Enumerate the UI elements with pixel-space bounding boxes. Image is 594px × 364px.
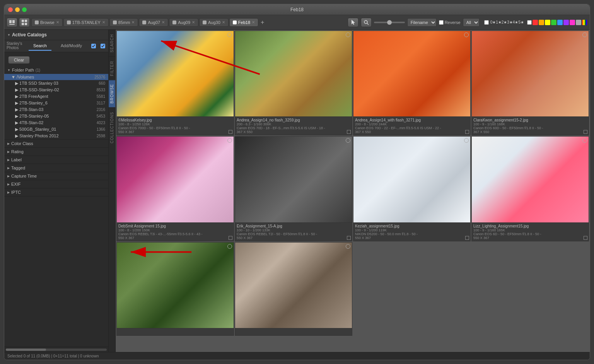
reverse-checkbox[interactable]: [439, 20, 444, 25]
maximize-button[interactable]: [22, 7, 27, 12]
tab-search[interactable]: Search: [29, 41, 51, 51]
filter-item-2tb-stan03[interactable]: ▶ 2TB-Stan-03 2316: [4, 106, 108, 113]
photo-check-andrea1[interactable]: [347, 130, 351, 134]
tab-browse[interactable]: Browse ✕: [31, 18, 63, 27]
svg-rect-9: [113, 21, 117, 24]
cursor-tool-btn[interactable]: [348, 18, 358, 27]
color-orange[interactable]: [539, 20, 544, 25]
photo-select-circle-melissa[interactable]: [227, 32, 232, 37]
all-select[interactable]: All: [463, 18, 480, 27]
tab-close-85mm[interactable]: ✕: [131, 20, 135, 24]
filter-group-iptc-header[interactable]: ▶ IPTC: [4, 188, 108, 196]
photo-cell-melissa[interactable]: ©MelissaKelsey.jpg 100 - 8 - 1/250 126K …: [116, 31, 234, 135]
vtab-collections[interactable]: Collections: [109, 108, 115, 147]
vtab-search[interactable]: Search: [109, 30, 115, 56]
color-filter-checkbox[interactable]: [527, 20, 532, 25]
clear-button[interactable]: Clear: [8, 56, 30, 64]
photo-cell-clara[interactable]: ClaraKwon_assignment15-2.jpg 100 - 9 - 1…: [471, 31, 589, 135]
photo-select-circle-clara[interactable]: [582, 32, 587, 37]
zoom-tool-btn[interactable]: [361, 18, 372, 27]
vtab-filter[interactable]: Filter: [109, 56, 115, 80]
filter-group-exif: ▶ EXIF: [4, 180, 108, 188]
tab-feb18[interactable]: Feb18 ✕: [229, 18, 258, 27]
filter-item-1tb-ssd-03[interactable]: ▶ 1TB SSD Stanley 03 660: [4, 80, 108, 87]
photo-check-erik[interactable]: [347, 236, 351, 240]
add-tab-button[interactable]: +: [259, 19, 266, 26]
tab-add-modify[interactable]: Add/Modify: [56, 41, 87, 51]
color-purple[interactable]: [563, 20, 569, 25]
photo-select-circle-andrea1[interactable]: [346, 32, 350, 37]
photo-check-lizz[interactable]: [584, 236, 587, 240]
tab-aug09[interactable]: Aug09 ✕: [169, 18, 198, 27]
color-rainbow[interactable]: [582, 20, 587, 25]
minimize-button[interactable]: [15, 7, 20, 12]
filter-group-rating-header[interactable]: ▶ Rating: [4, 148, 108, 156]
filter-group-color-class: ▶ Color Class: [4, 140, 108, 148]
color-yellow[interactable]: [545, 20, 550, 25]
tab-aug07[interactable]: Aug07 ✕: [139, 18, 168, 27]
library-icon-btn[interactable]: [7, 18, 17, 27]
filter-item-1tb-ssd-02[interactable]: ▶ 1TB-SSD-Stanley-02 8533: [4, 87, 108, 93]
color-class-triangle: ▶: [7, 142, 10, 145]
color-gray[interactable]: [576, 20, 581, 25]
filter-group-label-header[interactable]: ▶ Label: [4, 156, 108, 164]
color-blue[interactable]: [557, 20, 563, 25]
photo-cell-erik[interactable]: Erik_Assignment_15-A.jpg 100 - 10 - 1/20…: [235, 136, 352, 241]
photo-cell-lizz[interactable]: Lizz_Lighting_Assignment15.jpg 100 - 9 -…: [471, 136, 589, 241]
photo-check-clara[interactable]: [584, 130, 587, 134]
tab-1tb-stanley[interactable]: 1TB-STANLEY ✕: [63, 18, 109, 27]
photo-select-circle-erik[interactable]: [346, 138, 350, 143]
svg-rect-7: [35, 21, 39, 24]
rating-filter-checkbox[interactable]: [484, 20, 489, 25]
photo-cell-keziah[interactable]: Keziah_assignment15.jpg 100 - 9 - 1/200 …: [353, 136, 471, 241]
active-catalogs-triangle[interactable]: ▼: [7, 33, 10, 37]
photo-select-circle-deb[interactable]: [227, 138, 232, 143]
photo-select-circle-partial[interactable]: [346, 244, 350, 249]
filter-item-500gb[interactable]: ▶ 500GB_Stanley_01 1366: [4, 126, 108, 133]
color-red[interactable]: [533, 20, 538, 25]
photo-check-andrea2[interactable]: [465, 130, 469, 134]
photo-meta1-andrea2: 200 - 8 - 1/200 244K: [355, 122, 469, 126]
photo-cell-deb[interactable]: DebSmit Assignment 15.jpg 100 - 8 - 1/20…: [116, 136, 234, 241]
filter-item-2tb-stanley6[interactable]: ▶ 2TB-Stanley_6 3117: [4, 100, 108, 106]
photo-select-circle-andrea2[interactable]: [464, 32, 469, 37]
photo-check-keziah[interactable]: [465, 236, 469, 240]
filter-group-color-class-header[interactable]: ▶ Color Class: [4, 140, 108, 147]
catalog-search-checkbox[interactable]: [91, 44, 96, 48]
photo-cell-landscape[interactable]: [116, 242, 234, 336]
filter-item-stanley-photos-2012[interactable]: ▶ Stanley Photos 2012 2598: [4, 133, 108, 139]
filter-group-tagged-header[interactable]: ▶ Tagged: [4, 164, 108, 172]
photo-select-circle-landscape[interactable]: [227, 244, 232, 249]
photo-select-circle-lizz[interactable]: [582, 138, 587, 143]
filter-item-volumes[interactable]: ▼ /Volumes 25376: [4, 74, 108, 80]
tab-aug30[interactable]: Aug30 ✕: [199, 18, 229, 27]
thumbnail-size-slider[interactable]: [374, 22, 405, 23]
filter-item-2tb-freeagent[interactable]: ▶ 2TB FreeAgent 5581: [4, 93, 108, 100]
catalog-modify-checkbox[interactable]: [101, 44, 105, 48]
tab-close-browse[interactable]: ✕: [56, 20, 59, 24]
photo-cell-andrea2[interactable]: Andrea_Assign14_with flash_3271.jpg 200 …: [353, 31, 471, 135]
tab-close-aug07[interactable]: ✕: [162, 20, 165, 24]
tab-close-1tb[interactable]: ✕: [102, 20, 105, 24]
tab-close-aug30[interactable]: ✕: [222, 20, 225, 24]
photo-cell-andrea1[interactable]: Andrea_Assign14_no flash_3259.jpg 200 - …: [235, 31, 352, 135]
color-pink[interactable]: [570, 20, 575, 25]
vtab-browse[interactable]: Browse: [109, 80, 115, 107]
color-green[interactable]: [551, 20, 556, 25]
photo-cell-partial[interactable]: [235, 242, 352, 336]
close-button[interactable]: [8, 7, 13, 12]
sort-select[interactable]: Filename: [407, 18, 437, 27]
filter-item-2tb-stanley05[interactable]: ▶ 2TB-Stanley-05 5453: [4, 113, 108, 120]
tab-close-aug09[interactable]: ✕: [192, 20, 195, 24]
filter-group-capture-time-header[interactable]: ▶ Capture Time: [4, 172, 108, 180]
photo-thumbnail-andrea2: [353, 31, 470, 116]
filter-group-folder-path-header[interactable]: ▼ Folder Path (1): [4, 66, 108, 74]
tab-85mm[interactable]: 85mm ✕: [109, 18, 138, 27]
grid-icon-btn[interactable]: [19, 18, 30, 27]
photo-check-deb[interactable]: [229, 236, 232, 240]
photo-check-melissa[interactable]: [229, 130, 232, 134]
filter-item-4tb-stan02[interactable]: ▶ 4TB-Stan-02 4023: [4, 120, 108, 126]
photo-select-circle-keziah[interactable]: [464, 138, 469, 143]
tab-close-feb18[interactable]: ✕: [252, 20, 255, 24]
filter-group-exif-header[interactable]: ▶ EXIF: [4, 180, 108, 188]
